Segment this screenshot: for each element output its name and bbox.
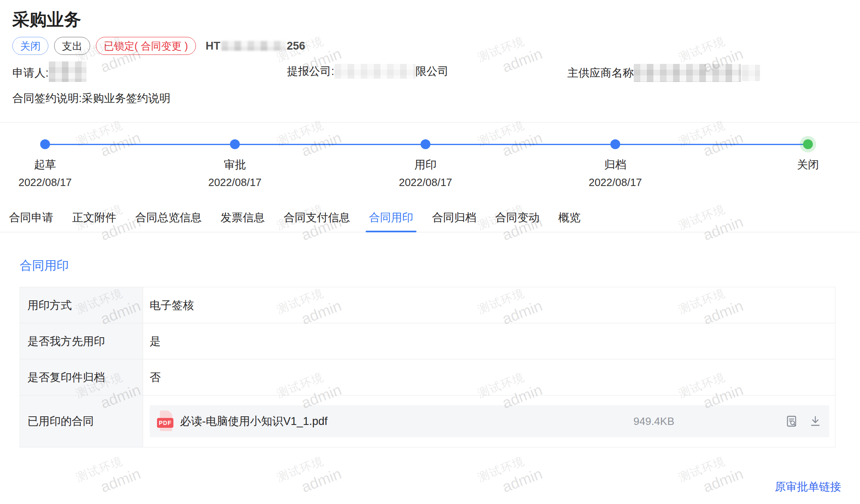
row-value: PDF 必读-电脑使用小知识V1_1.pdf 949.4KB [143,395,835,447]
watermark-cn: 测试环境 [676,449,739,486]
tab-payment-info[interactable]: 合同支付信息 [284,210,350,232]
tab-contract-archive[interactable]: 合同归档 [432,210,476,232]
watermark-text: 测试环境admin [74,449,143,503]
pdf-badge: PDF [157,418,173,428]
timeline-step-label: 起草 [0,157,90,172]
applicant-label: 申请人: [12,66,49,80]
tab-body-attachment[interactable]: 正文附件 [72,210,116,232]
timeline-dot-approve [230,139,240,149]
watermark-en: admin [701,465,746,496]
timeline-step-label: 审批 [190,157,280,172]
attachment-actions [785,415,822,428]
contract-number-prefix: HT [206,40,221,52]
timeline-step-date: 2022/08/17 [0,176,90,189]
applicant-field: 申请人: [12,64,86,82]
attachment-item[interactable]: PDF 必读-电脑使用小知识V1_1.pdf 949.4KB [150,405,829,437]
watermark-cn: 测试环境 [74,449,137,486]
timeline-step-seal: 用印2022/08/17 [380,135,471,189]
timeline-dot-close [803,139,813,149]
tab-contract-apply[interactable]: 合同申请 [9,210,53,232]
pdf-file-icon: PDF [157,411,174,432]
procurement-detail-page: 采购业务 关闭 支出 已锁定( 合同变更 ) HT 256 申请人: 提报公司:… [0,0,860,504]
row-label: 是否我方先用印 [20,323,143,359]
watermark-cn: 测试环境 [476,29,538,66]
status-badge-locked: 已锁定( 合同变更 ) [96,37,196,55]
watermark-text: 测试环境admin [275,449,344,503]
row-value: 否 [143,359,835,395]
company-value-redacted [334,64,416,79]
timeline-step-date: 2022/08/17 [380,176,471,189]
header-divider [0,122,860,123]
supplier-field: 主供应商名称 [567,64,760,82]
contract-note-label: 合同签约说明: [12,92,82,104]
supplier-label: 主供应商名称 [567,66,634,80]
original-approval-link[interactable]: 原审批单链接 [775,479,841,494]
company-value-suffix: 限公司 [416,64,449,79]
timeline-step-date: 2022/08/17 [190,176,280,189]
tab-contract-seal[interactable]: 合同用印 [369,210,413,232]
table-row: 是否复印件归档否 [20,359,835,395]
timeline-dot-archive [610,139,620,149]
download-icon[interactable] [809,415,822,428]
contract-note: 合同签约说明:采购业务签约说明 [12,91,171,106]
watermark-text: 测试环境admin [676,449,746,503]
attachment-file-size: 949.4KB [633,415,674,428]
timeline-step-archive: 归档2022/08/17 [570,135,660,189]
tab-contract-overview[interactable]: 合同总览信息 [135,210,202,232]
row-value: 是 [143,323,835,359]
supplier-value-redacted [634,64,741,82]
row-label: 是否复印件归档 [20,359,143,395]
page-title: 采购业务 [12,8,81,31]
table-row-sealed-contract: 已用印的合同 PDF 必读-电脑使用小知识V1_1.pdf 949.4KB [20,395,835,447]
timeline-step-label: 用印 [380,157,471,172]
attachment-file-name[interactable]: 必读-电脑使用小知识V1_1.pdf [180,414,328,429]
tab-bar: 合同申请正文附件合同总览信息发票信息合同支付信息合同用印合同归档合同变动概览 [0,206,860,232]
row-label: 已用印的合同 [20,395,143,447]
watermark-cn: 测试环境 [275,449,337,486]
watermark-en: admin [500,465,545,496]
contract-number-suffix: 256 [287,40,305,52]
timeline-step-label: 归档 [570,157,660,172]
timeline-dot-draft [40,139,50,149]
table-row: 用印方式电子签核 [20,287,835,323]
section-title-seal: 合同用印 [20,257,69,274]
file-preview-icon[interactable] [785,415,798,428]
contract-note-value: 采购业务签约说明 [82,92,171,104]
timeline-step-close: 关闭 [763,135,853,172]
timeline-dot-seal [421,139,430,149]
applicant-value-redacted [49,61,86,82]
status-tags-row: 关闭 支出 已锁定( 合同变更 ) HT 256 [12,36,305,56]
company-label: 提报公司: [287,64,334,79]
watermark-en: admin [500,45,545,76]
tab-invoice-info[interactable]: 发票信息 [221,210,265,232]
timeline-step-label: 关闭 [763,157,853,172]
tab-contract-change[interactable]: 合同变动 [495,210,539,232]
table-row: 是否我方先用印是 [20,323,835,359]
status-badge-closed: 关闭 [12,37,48,55]
watermark-en: admin [98,465,143,496]
watermark-text: 测试环境admin [476,449,545,503]
row-label: 用印方式 [20,287,143,323]
watermark-en: admin [299,465,344,496]
watermark-text: 测试环境admin [476,29,545,83]
timeline-step-approve: 审批2022/08/17 [190,135,280,189]
supplier-value-redacted-tail [742,65,760,81]
company-field: 提报公司: 限公司 [287,64,449,79]
timeline-step-draft: 起草2022/08/17 [0,135,90,189]
tab-summary[interactable]: 概览 [558,210,580,232]
watermark-cn: 测试环境 [476,449,538,486]
progress-timeline: 起草2022/08/17审批2022/08/17用印2022/08/17归档20… [0,135,860,191]
status-badge-expense: 支出 [54,37,90,55]
row-value: 电子签核 [143,287,835,323]
watermark-cn: 测试环境 [676,29,739,66]
contract-number-redacted [221,41,286,51]
contract-number: HT 256 [206,40,305,52]
timeline-step-date: 2022/08/17 [570,176,660,189]
seal-detail-table: 用印方式电子签核是否我方先用印是是否复印件归档否 已用印的合同 PDF 必读-电… [20,287,835,447]
